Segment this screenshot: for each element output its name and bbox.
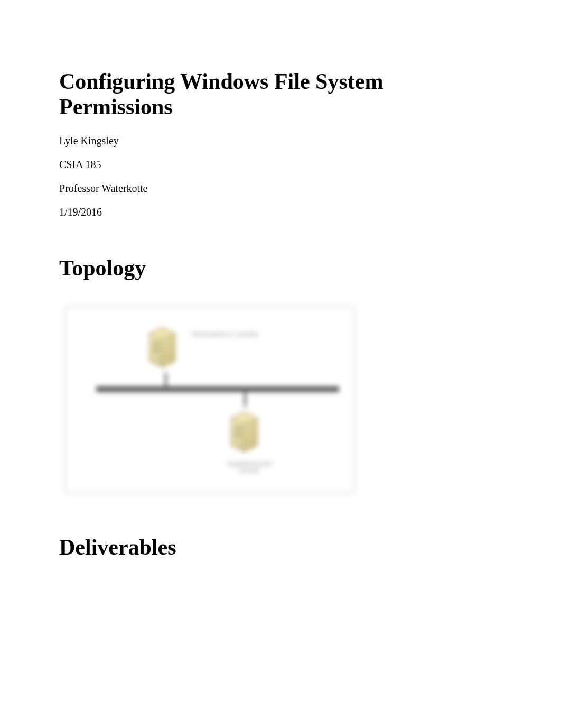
date-line: 1/19/2016 (59, 206, 502, 218)
server-label: TargetWindows01 Domain (218, 460, 281, 474)
topology-diagram: WindowsServer Controller TargetWindows01… (59, 302, 360, 497)
network-bus-icon (96, 386, 339, 392)
svg-rect-2 (234, 427, 241, 430)
professor-line: Professor Waterkotte (59, 182, 502, 195)
network-connector-icon (165, 373, 167, 388)
course-line: CSIA 185 (59, 159, 502, 171)
section-heading-topology: Topology (59, 255, 502, 281)
page-title: Configuring Windows File System Permissi… (59, 69, 502, 120)
svg-rect-1 (152, 348, 160, 352)
author-line: Lyle Kingsley (59, 135, 502, 147)
server-label: WindowsServer Controller (191, 331, 259, 338)
network-connector-icon (244, 392, 246, 407)
svg-rect-0 (152, 342, 160, 345)
server-icon (226, 408, 263, 455)
server-icon (144, 323, 181, 371)
section-heading-deliverables: Deliverables (59, 535, 502, 560)
svg-rect-3 (234, 433, 241, 436)
document-page: Configuring Windows File System Permissi… (0, 0, 561, 728)
